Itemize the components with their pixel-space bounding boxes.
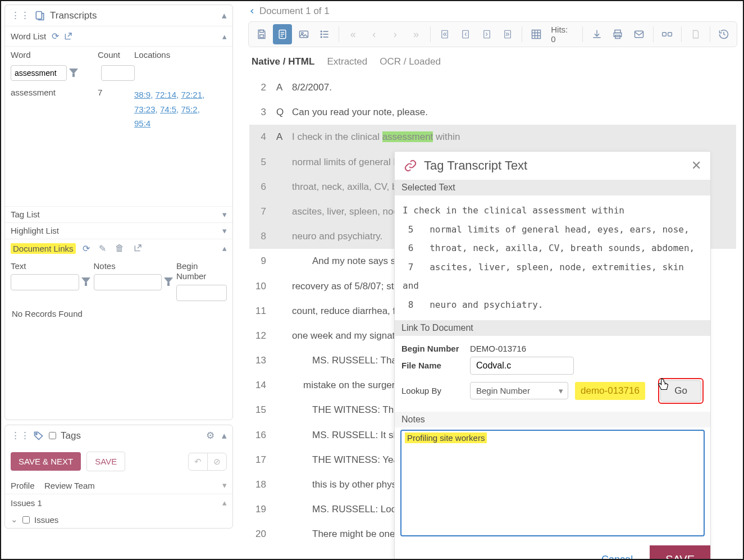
page-prev-icon[interactable] [456, 24, 474, 44]
chevron-up-icon[interactable]: ▴ [222, 498, 227, 508]
list-view-icon[interactable] [315, 24, 334, 44]
collapse-icon[interactable]: ▴ [222, 430, 227, 441]
tab-extracted[interactable]: Extracted [327, 56, 367, 67]
dialog-save-button[interactable]: SAVE [650, 545, 710, 560]
chevron-down-icon[interactable]: ▾ [222, 226, 227, 236]
links-notes-input[interactable] [94, 274, 162, 290]
tab-ocr[interactable]: OCR / Loaded [380, 56, 441, 67]
refresh-icon[interactable]: ⟳ [49, 30, 61, 43]
gear-icon[interactable]: ⚙ [206, 430, 214, 441]
svg-rect-2 [259, 30, 263, 33]
cancel-button[interactable]: Cancel [595, 548, 640, 560]
chevron-down-icon[interactable]: ▾ [222, 480, 227, 490]
tags-title: Tags [61, 430, 81, 441]
word-filter-input[interactable] [11, 65, 67, 81]
col-count: Count [98, 50, 134, 60]
tags-panel: ⋮⋮ Tags ⚙ ▴ SAVE & NEXT SAVE ↶ ⊘ Profile… [4, 425, 233, 529]
doc-toolbar: « ‹ › » Hits: 0 [248, 21, 737, 47]
lookup-by-label: Lookup By [401, 386, 463, 395]
notes-textarea[interactable]: Profiling site workers [400, 430, 705, 536]
issues-item-checkbox[interactable] [22, 516, 30, 523]
links-text-input[interactable] [11, 274, 79, 290]
save-doc-icon[interactable] [252, 24, 271, 44]
svg-rect-19 [505, 30, 511, 38]
svg-rect-17 [463, 30, 469, 38]
delete-icon[interactable]: 🗑 [113, 242, 126, 254]
filter-icon[interactable] [81, 277, 89, 286]
drag-handle-icon[interactable]: ⋮⋮ [11, 10, 30, 21]
transcript-line: 4AI check in the clinical assessment wit… [249, 125, 736, 149]
grid-icon[interactable] [527, 24, 545, 44]
nav-next-icon[interactable]: › [386, 24, 404, 44]
count-filter-input[interactable] [101, 65, 135, 81]
doc-icon[interactable] [686, 24, 705, 44]
col-word: Word [11, 50, 98, 60]
filter-icon[interactable] [69, 69, 78, 78]
svg-rect-16 [441, 30, 448, 38]
svg-rect-30 [668, 33, 672, 37]
nav-first-icon[interactable]: « [344, 24, 362, 44]
issues-item-label: Issues [34, 515, 58, 525]
mail-icon[interactable] [629, 24, 648, 44]
link-break-icon[interactable] [658, 24, 677, 44]
notes-label: Notes [395, 412, 710, 427]
collapse-icon[interactable]: ▴ [222, 10, 227, 21]
page-next-icon[interactable] [477, 24, 496, 44]
save-next-button[interactable]: SAVE & NEXT [11, 452, 81, 471]
transcripts-header: ⋮⋮ Transcripts ▴ [5, 5, 232, 26]
close-icon[interactable]: ✕ [691, 158, 701, 173]
lookup-value[interactable]: demo-013716 [575, 382, 645, 400]
export-icon[interactable] [61, 31, 75, 42]
print-icon[interactable] [609, 24, 627, 44]
issues-count[interactable]: Issues 1 [11, 498, 222, 508]
links-text-label: Text [11, 261, 89, 271]
file-name-input[interactable] [470, 357, 574, 375]
profile-value[interactable]: Review Team [44, 481, 222, 490]
document-links-section[interactable]: Document Links ⟳ ✎ 🗑 ▴ [5, 239, 232, 258]
download-icon[interactable] [587, 24, 606, 44]
transcript-line: 3QCan you read your note, please. [249, 100, 736, 125]
doc-view-icon[interactable] [273, 24, 291, 44]
selected-text: I check in the clinical assessment withi… [395, 195, 710, 320]
page-first-icon[interactable] [435, 24, 454, 44]
chevron-up-icon[interactable]: ▴ [222, 243, 227, 253]
cancel-circle-icon[interactable]: ⊘ [208, 453, 226, 470]
tags-checkbox[interactable] [49, 432, 56, 439]
svg-rect-28 [635, 31, 643, 38]
go-button[interactable]: Go [660, 380, 701, 402]
svg-rect-3 [259, 35, 263, 38]
links-begin-label: Begin Number [176, 261, 227, 281]
export-icon[interactable] [131, 243, 144, 254]
filter-icon[interactable] [164, 277, 172, 286]
image-view-icon[interactable] [294, 24, 313, 44]
edit-icon[interactable]: ✎ [97, 242, 108, 255]
prev-doc-icon[interactable] [248, 7, 256, 15]
svg-point-1 [36, 433, 38, 435]
tag-icon [33, 430, 44, 441]
nav-prev-icon[interactable]: ‹ [364, 24, 383, 44]
svg-rect-0 [36, 11, 42, 19]
transcript-icon [34, 10, 45, 21]
wordlist-row: assessment 7 38:9, 72:14, 72:21, 73:23, … [5, 85, 232, 133]
nav-last-icon[interactable]: » [407, 24, 425, 44]
refresh-icon[interactable]: ⟳ [80, 242, 92, 255]
chevron-down-icon[interactable]: ▾ [222, 210, 227, 220]
dialog-title: Tag Transcript Text [424, 158, 527, 173]
page-last-icon[interactable] [498, 24, 517, 44]
save-button[interactable]: SAVE [86, 452, 125, 471]
result-locations: 38:9, 72:14, 72:21, 73:23, 74:5, 75:2, 9… [134, 88, 227, 131]
undo-icon[interactable]: ↶ [189, 453, 208, 470]
history-icon[interactable] [714, 24, 733, 44]
notes-value: Profiling site workers [405, 432, 487, 443]
word-list-section[interactable]: Word List ⟳ ▴ [5, 26, 232, 46]
chevron-down-icon[interactable]: ⌄ [11, 515, 18, 525]
tag-list-section[interactable]: Tag List ▾ [5, 206, 232, 222]
links-begin-input[interactable] [176, 285, 227, 301]
tab-native[interactable]: Native / HTML [252, 56, 314, 67]
drag-handle-icon[interactable]: ⋮⋮ [11, 430, 30, 441]
highlight-list-section[interactable]: Highlight List ▾ [5, 222, 232, 239]
svg-point-12 [321, 34, 322, 35]
chevron-up-icon[interactable]: ▴ [222, 31, 227, 42]
lookup-by-select[interactable]: Begin Number [470, 382, 568, 399]
link-to-doc-label: Link To Document [395, 320, 710, 336]
